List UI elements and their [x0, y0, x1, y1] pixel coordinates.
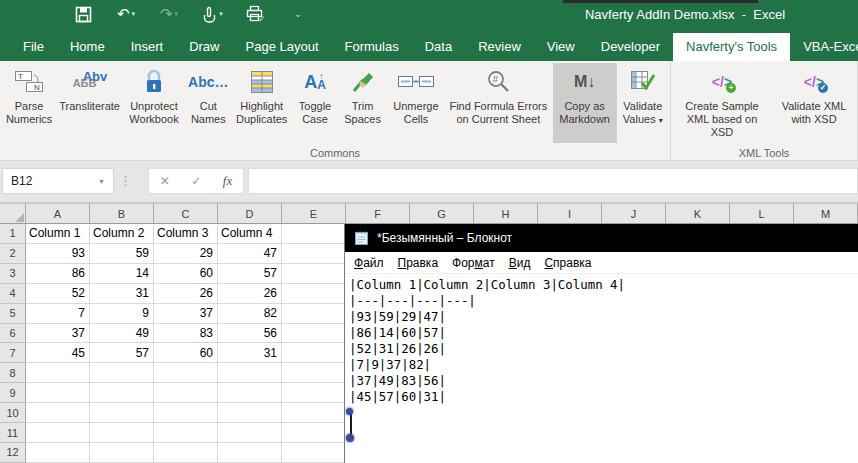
parse-numerics-button[interactable]: TN Parse Numerics	[1, 63, 57, 143]
validate-values-button[interactable]: Validate Values ▾	[617, 63, 669, 143]
cell-E1[interactable]	[282, 224, 346, 244]
cell-D2[interactable]: 47	[218, 244, 282, 264]
cell-E5[interactable]	[282, 304, 346, 324]
cell-B11[interactable]	[90, 423, 154, 443]
unprotect-workbook-button[interactable]: Unprotect Workbook	[122, 63, 186, 143]
redo-button[interactable]: ↷▾	[152, 5, 186, 23]
row-header-3[interactable]: 3	[0, 264, 26, 284]
cell-C6[interactable]: 83	[154, 324, 218, 344]
redo-dropdown-caret[interactable]: ▾	[175, 10, 179, 18]
cell-B2[interactable]: 59	[90, 244, 154, 264]
name-box[interactable]: B12 ▼	[2, 168, 114, 194]
cell-B3[interactable]: 14	[90, 264, 154, 284]
trim-spaces-button[interactable]: Trim Spaces	[337, 63, 387, 143]
cell-D9[interactable]	[218, 383, 282, 403]
cell-C11[interactable]	[154, 423, 218, 443]
customize-qat-button[interactable]: ⌄	[281, 9, 315, 19]
cancel-icon[interactable]: ✕	[160, 174, 170, 188]
cell-B12[interactable]	[90, 443, 154, 463]
cell-D5[interactable]: 82	[218, 304, 282, 324]
row-header-2[interactable]: 2	[0, 244, 26, 264]
cell-B6[interactable]: 49	[90, 324, 154, 344]
cell-C2[interactable]: 29	[154, 244, 218, 264]
find-formula-errors-button[interactable]: # Find Formula Errors on Current Sheet	[444, 63, 553, 143]
column-header-A[interactable]: A	[26, 204, 90, 224]
unmerge-cells-button[interactable]: Unmerge Cells	[388, 63, 444, 143]
name-box-caret-icon[interactable]: ▼	[98, 178, 105, 185]
column-header-G[interactable]: G	[410, 204, 474, 224]
cell-A1[interactable]: Column 1	[26, 224, 90, 244]
toggle-case-button[interactable]: AA↑ Toggle Case	[293, 63, 338, 143]
formula-input[interactable]	[248, 168, 858, 194]
column-header-E[interactable]: E	[282, 204, 346, 224]
cell-D7[interactable]: 31	[218, 343, 282, 363]
row-header-11[interactable]: 11	[0, 423, 26, 443]
notepad-menu-файл[interactable]: Файл	[347, 256, 391, 270]
insert-function-icon[interactable]: fx	[223, 173, 232, 189]
cell-B4[interactable]: 31	[90, 284, 154, 304]
column-header-H[interactable]: H	[474, 204, 538, 224]
notepad-menu-вид[interactable]: Вид	[502, 256, 538, 270]
cell-C3[interactable]: 60	[154, 264, 218, 284]
column-header-L[interactable]: L	[730, 204, 794, 224]
row-header-5[interactable]: 5	[0, 304, 26, 324]
tab-developer[interactable]: Developer	[588, 33, 673, 61]
cell-A7[interactable]: 45	[26, 343, 90, 363]
row-header-10[interactable]: 10	[0, 403, 26, 423]
cell-B1[interactable]: Column 2	[90, 224, 154, 244]
tab-page-layout[interactable]: Page Layout	[233, 33, 332, 61]
cell-A6[interactable]: 37	[26, 324, 90, 344]
touch-mode-dropdown-caret[interactable]: ▾	[219, 10, 223, 18]
tab-formulas[interactable]: Formulas	[332, 33, 412, 61]
cell-E3[interactable]	[282, 264, 346, 284]
column-header-J[interactable]: J	[602, 204, 666, 224]
cell-D11[interactable]	[218, 423, 282, 443]
save-button[interactable]	[66, 6, 100, 23]
row-header-6[interactable]: 6	[0, 324, 26, 344]
column-header-K[interactable]: K	[666, 204, 730, 224]
cell-D10[interactable]	[218, 403, 282, 423]
validate-values-dropdown-caret[interactable]: ▾	[659, 116, 663, 125]
tab-view[interactable]: View	[534, 33, 588, 61]
row-header-8[interactable]: 8	[0, 363, 26, 383]
cell-B7[interactable]: 57	[90, 343, 154, 363]
cell-B8[interactable]	[90, 363, 154, 383]
cell-B9[interactable]	[90, 383, 154, 403]
notepad-menu-правка[interactable]: Правка	[391, 256, 446, 270]
notepad-menu-формат[interactable]: Формат	[445, 256, 502, 270]
cell-C12[interactable]	[154, 443, 218, 463]
cell-D1[interactable]: Column 4	[218, 224, 282, 244]
selection-gripper-top[interactable]	[346, 408, 353, 415]
cell-D3[interactable]: 57	[218, 264, 282, 284]
cell-C10[interactable]	[154, 403, 218, 423]
cell-C1[interactable]: Column 3	[154, 224, 218, 244]
undo-button[interactable]: ↶▾	[109, 5, 143, 23]
cell-A11[interactable]	[26, 423, 90, 443]
column-header-M[interactable]: M	[794, 204, 858, 224]
tab-insert[interactable]: Insert	[118, 33, 177, 61]
tab-home[interactable]: Home	[57, 33, 118, 61]
row-header-7[interactable]: 7	[0, 343, 26, 363]
cell-E9[interactable]	[282, 383, 346, 403]
cell-E12[interactable]	[282, 443, 346, 463]
select-all-corner[interactable]	[0, 204, 26, 224]
cell-C4[interactable]: 26	[154, 284, 218, 304]
column-header-C[interactable]: C	[154, 204, 218, 224]
cell-B5[interactable]: 9	[90, 304, 154, 324]
cell-A10[interactable]	[26, 403, 90, 423]
cell-A12[interactable]	[26, 443, 90, 463]
cell-E6[interactable]	[282, 324, 346, 344]
cell-A5[interactable]: 7	[26, 304, 90, 324]
cell-B10[interactable]	[90, 403, 154, 423]
cell-D6[interactable]: 56	[218, 324, 282, 344]
cell-E7[interactable]	[282, 343, 346, 363]
quick-print-button[interactable]: ✓	[238, 5, 272, 23]
cell-C7[interactable]: 60	[154, 343, 218, 363]
tab-navferty-s-tools[interactable]: Navferty's Tools	[673, 33, 790, 61]
undo-dropdown-caret[interactable]: ▾	[132, 10, 136, 18]
row-header-9[interactable]: 9	[0, 383, 26, 403]
cell-A3[interactable]: 86	[26, 264, 90, 284]
cell-D12[interactable]	[218, 443, 282, 463]
cell-D4[interactable]: 26	[218, 284, 282, 304]
cell-E11[interactable]	[282, 423, 346, 443]
